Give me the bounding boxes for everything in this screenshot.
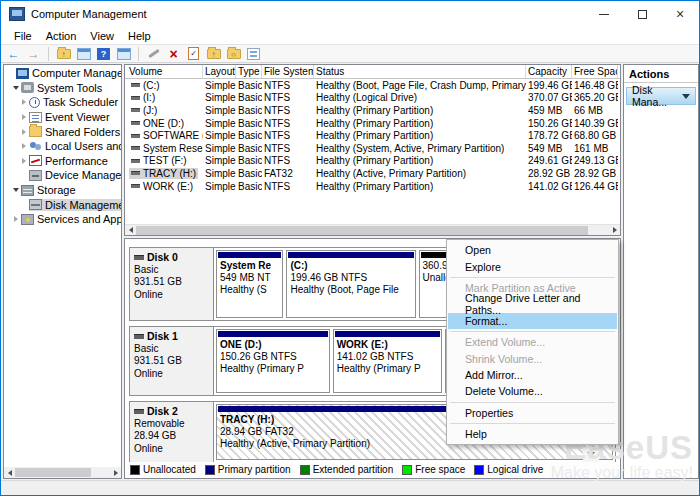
chevron-collapsed-icon[interactable] <box>22 129 26 135</box>
primary-partition-bar <box>335 331 441 337</box>
cell-volume: System Reserved <box>143 143 203 154</box>
sidebar-item-local-users[interactable]: Local Users and Gr <box>4 139 121 154</box>
menu-item-open[interactable]: Open <box>448 242 617 258</box>
forward-arrow-icon[interactable]: → <box>25 46 42 62</box>
table-row[interactable]: WORK (E:) SimpleBasicNTFSHealthy (Primar… <box>125 180 620 193</box>
cell-volume: (C:) <box>143 80 160 91</box>
menu-item-shrink-volume: Shrink Volume... <box>448 350 617 366</box>
table-row[interactable]: (I:) SimpleBasicNTFSHealthy (Logical Dri… <box>125 92 620 105</box>
column-header-file-system[interactable]: File System <box>262 65 314 78</box>
menu-item-delete-volume[interactable]: Delete Volume... <box>448 383 617 399</box>
sidebar-item-device-manager[interactable]: Device Manager <box>4 168 121 183</box>
table-row[interactable]: ONE (D:) SimpleBasicNTFSHealthy (Primary… <box>125 117 620 130</box>
sidebar-item-storage[interactable]: Storage <box>4 183 121 198</box>
scrollbar-thumb[interactable] <box>136 226 588 235</box>
column-header-layout[interactable]: Layout <box>203 65 236 78</box>
minimize-button[interactable] <box>585 1 623 27</box>
performance-icon <box>29 155 42 166</box>
console-window-icon[interactable] <box>75 46 92 62</box>
menu-item-add-mirror[interactable]: Add Mirror... <box>448 367 617 383</box>
disk-0-info[interactable]: Disk 0 Basic 931.51 GB Online <box>130 248 214 320</box>
table-row[interactable]: (J:) SimpleBasicNTFSHealthy (Primary Par… <box>125 104 620 117</box>
scroll-left-arrow[interactable] <box>125 225 136 236</box>
toolbar-separator <box>48 47 49 61</box>
chevron-expanded-icon[interactable] <box>13 188 19 192</box>
column-header-status[interactable]: Status <box>314 65 526 78</box>
column-header-free-space[interactable]: Free Space <box>572 65 618 78</box>
menu-file[interactable]: File <box>7 29 39 43</box>
chevron-collapsed-icon[interactable] <box>22 99 26 105</box>
disk-1-info[interactable]: Disk 1 Basic 931.51 GB Online <box>130 327 214 395</box>
sidebar-item-services-applications[interactable]: Services and Applicati <box>4 212 121 227</box>
volume-icon <box>131 159 140 163</box>
chevron-collapsed-icon[interactable] <box>14 216 18 222</box>
menu-item-explore[interactable]: Explore <box>448 258 617 274</box>
check-document-icon[interactable]: ✓ <box>185 46 202 62</box>
table-row[interactable]: System Reserved SimpleBasicNTFSHealthy (… <box>125 142 620 155</box>
disk-management-actions-dropdown[interactable]: Disk Mana... <box>626 87 696 105</box>
column-header-capacity[interactable]: Capacity <box>526 65 572 78</box>
partition-work-e[interactable]: WORK (E:) 141.02 GB NTFS Healthy (Primar… <box>333 329 443 393</box>
close-button[interactable]: × <box>661 1 699 27</box>
up-folder-icon[interactable]: ↑ <box>55 46 72 62</box>
show-window-icon[interactable] <box>115 46 132 62</box>
folder-up-icon[interactable]: ↑ <box>205 46 222 62</box>
disk-status: Online <box>134 368 209 381</box>
menu-action[interactable]: Action <box>39 29 84 43</box>
title-bar[interactable]: Computer Management × <box>1 1 699 27</box>
chevron-collapsed-icon[interactable] <box>22 114 26 120</box>
legend-label: Extended partition <box>313 464 394 475</box>
delete-icon[interactable]: × <box>165 46 182 62</box>
sidebar-item-performance[interactable]: Performance <box>4 154 121 169</box>
partition-system-reserved[interactable]: System Re 549 MB NT Healthy (S <box>216 250 283 318</box>
unallocated-swatch <box>130 465 140 475</box>
column-header-type[interactable]: Type <box>236 65 262 78</box>
volume-list-horizontal-scrollbar[interactable] <box>125 224 620 235</box>
sidebar-item-computer-management[interactable]: Computer Management ( <box>4 66 121 81</box>
table-row[interactable]: TEST (F:) SimpleBasicNTFSHealthy (Primar… <box>125 155 620 168</box>
help-icon[interactable]: ? <box>95 46 112 62</box>
menu-view[interactable]: View <box>83 29 121 43</box>
scroll-right-arrow[interactable] <box>609 225 620 236</box>
menu-item-change-drive-letter[interactable]: Change Drive Letter and Paths... <box>448 296 617 312</box>
primary-partition-bar <box>288 252 413 258</box>
chevron-collapsed-icon[interactable] <box>22 143 26 149</box>
disk-name: Disk 2 <box>147 405 178 418</box>
column-header-volume[interactable]: Volume <box>125 65 203 78</box>
wand-icon[interactable] <box>145 46 162 62</box>
disk-2-info[interactable]: Disk 2 Removable 28.94 GB Online <box>130 402 214 462</box>
cell-volume: TEST (F:) <box>143 155 187 166</box>
cell-volume: ONE (D:) <box>143 118 184 129</box>
menu-help[interactable]: Help <box>121 29 158 43</box>
table-row[interactable]: (C:) SimpleBasicNTFSHealthy (Boot, Page … <box>125 79 620 92</box>
sidebar-item-task-scheduler[interactable]: Task Scheduler <box>4 95 121 110</box>
scroll-right-arrow[interactable] <box>110 467 121 478</box>
local-users-icon <box>29 141 42 152</box>
scroll-left-arrow[interactable] <box>4 467 15 478</box>
table-row[interactable]: SOFTWARE (G:) SimpleBasicNTFSHealthy (Pr… <box>125 129 620 142</box>
cell-volume: WORK (E:) <box>143 181 193 192</box>
scrollbar-thumb[interactable] <box>15 468 91 477</box>
menu-item-help[interactable]: Help <box>448 426 617 442</box>
scroll-down-arrow[interactable] <box>583 447 599 462</box>
chevron-collapsed-icon[interactable] <box>22 158 26 164</box>
disk-status: Online <box>134 289 209 302</box>
maximize-button[interactable] <box>623 1 661 27</box>
console-tree: Computer Management ( System Tools Task … <box>4 66 121 466</box>
sidebar-horizontal-scrollbar[interactable] <box>4 467 121 478</box>
sidebar-item-shared-folders[interactable]: Shared Folders <box>4 124 121 139</box>
partition-c[interactable]: (C:) 199.46 GB NTFS Healthy (Boot, Page … <box>286 250 415 318</box>
sidebar-item-disk-management[interactable]: Disk Management <box>4 197 121 212</box>
sidebar-item-label: Shared Folders <box>45 126 120 138</box>
close-icon: × <box>676 7 684 21</box>
table-row-selected[interactable]: TRACY (H:) SimpleBasicFAT32Healthy (Acti… <box>125 167 620 180</box>
partition-one-d[interactable]: ONE (D:) 150.26 GB NTFS Healthy (Primary… <box>216 329 330 393</box>
chevron-expanded-icon[interactable] <box>13 86 19 90</box>
partition-status: Healthy (S <box>217 284 282 296</box>
folder-search-icon[interactable]: ○ <box>225 46 242 62</box>
sidebar-item-system-tools[interactable]: System Tools <box>4 81 121 96</box>
sidebar-item-event-viewer[interactable]: Event Viewer <box>4 110 121 125</box>
properties-icon[interactable] <box>245 46 262 62</box>
back-arrow-icon[interactable]: ← <box>5 46 22 62</box>
menu-item-properties[interactable]: Properties <box>448 405 617 421</box>
